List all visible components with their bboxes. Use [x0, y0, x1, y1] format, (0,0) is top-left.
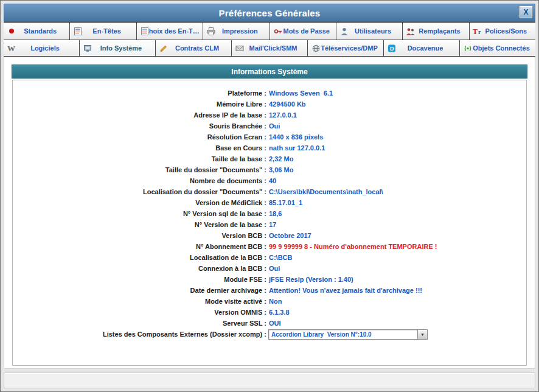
info-label: Date dernier archivage [13, 287, 268, 294]
preferences-dialog: Préférences Générales X StandardsEn-Tête… [0, 0, 539, 392]
info-rows: PlateformeWindows Seven 6.1Mémoire Libre… [13, 88, 526, 329]
info-label: Souris Branchée [13, 122, 268, 130]
tab-logiciels[interactable]: WLogiciels [4, 40, 80, 56]
info-row: Souris BranchéeOui [13, 121, 526, 131]
globe-icon [311, 44, 321, 52]
tab-label: Remplaçants [411, 27, 460, 35]
info-row: Résolution Ecran1440 x 836 pixels [13, 131, 526, 142]
info-row: Localisation de la BCBC:\BCB [13, 252, 526, 263]
footer-panel [4, 373, 535, 388]
info-value: Windows Seven 6.1 [268, 89, 333, 97]
info-row: Taille du dossier "Documents"3,06 Mo [13, 164, 526, 175]
tab-label: Mail'Click/SMM [242, 44, 297, 52]
info-label: Version OMNIS [13, 309, 268, 316]
xcomp-dropdown-value: Accordion Library Version N°:10.0 [269, 331, 417, 338]
info-label: Version BCB [13, 232, 268, 239]
section-header: Informations Système [12, 65, 527, 79]
info-row: N° Abonnement BCB99 9 99999 8 - Numéro d… [13, 241, 526, 252]
info-row: Connexion à la BCBOui [13, 263, 526, 274]
info-label: Nombre de documents [13, 177, 268, 184]
info-value: 6.1.3.8 [268, 309, 290, 316]
svg-text:T: T [473, 27, 478, 35]
tab-label: Objets Connectés [465, 44, 530, 52]
info-label: N° Abonnement BCB [13, 243, 268, 250]
info-value: 18,6 [268, 210, 282, 217]
tab-label: Impression [215, 27, 258, 35]
info-value: Attention! Vous n'avez jamais fait d'arc… [268, 287, 422, 294]
info-label: Listes des Composants Externes (Dossier … [13, 331, 268, 338]
svg-text:W: W [7, 44, 15, 52]
tab-contrats-clm[interactable]: Contrats CLM [156, 40, 232, 56]
info-value: Oui [268, 265, 280, 272]
info-label: Localisation de la BCB [13, 254, 268, 261]
tab-label: Contrats CLM [168, 44, 219, 52]
tab-remplacants[interactable]: Remplaçants [403, 23, 469, 40]
tab-en-tetes[interactable]: En-Têtes [70, 23, 136, 40]
tab-label: Info Système [93, 44, 142, 52]
info-row: Date dernier archivageAttention! Vous n'… [13, 285, 526, 296]
docavenue-icon: D [387, 44, 397, 52]
info-label: N° Version de la base [13, 221, 268, 228]
info-row: Version de MédiClick85.17.01_1 [13, 197, 526, 208]
tab-impression[interactable]: Impression [203, 23, 270, 40]
dropdown-arrow-icon[interactable]: ▼ [417, 330, 427, 339]
info-value: nath sur 127.0.0.1 [268, 144, 325, 152]
info-value: 1440 x 836 pixels [268, 133, 323, 141]
printer-icon [206, 27, 216, 35]
info-value: Non [268, 298, 282, 305]
info-label: Mode visite activé [13, 298, 268, 305]
info-row: Nombre de documents40 [13, 175, 526, 186]
info-value: C:\BCB [268, 254, 293, 261]
content-panel: Informations Système PlateformeWindows S… [4, 57, 535, 369]
info-row: Taille de la base2,32 Mo [13, 153, 526, 164]
info-value: 2,32 Mo [268, 155, 293, 163]
info-label: Module FSE [13, 276, 268, 283]
tab-objets-connectes[interactable]: Objets Connectés [460, 40, 535, 56]
pencil-icon [159, 44, 169, 52]
tab-standards[interactable]: Standards [4, 23, 70, 40]
tab-label: En-Têtes [85, 27, 120, 35]
titlebar[interactable]: Préférences Générales X [4, 4, 535, 22]
font-icon: Tr [473, 27, 482, 35]
tab-mots-de-passe[interactable]: Mots de Passe [270, 23, 336, 40]
info-row: N° Version sql de la base18,6 [13, 208, 526, 219]
system-info-box: PlateformeWindows Seven 6.1Mémoire Libre… [12, 80, 527, 366]
header-icon [73, 27, 83, 35]
info-value: 127.0.0.1 [268, 111, 297, 119]
info-label: Serveur SSL [13, 320, 268, 327]
info-row: Version BCBOctobre 2017 [13, 230, 526, 241]
info-label: Localisation du dossier "Documents" [13, 188, 268, 195]
tab-label: Utilisateurs [347, 27, 391, 35]
tab-polices-sons[interactable]: TrPolices/Sons [470, 23, 535, 40]
info-row: Mémoire Libre4294500 Kb [13, 99, 526, 110]
xcomp-dropdown[interactable]: Accordion Library Version N°:10.0 ▼ [268, 329, 428, 340]
tab-info-systeme[interactable]: Info Système [80, 40, 156, 56]
info-value: Octobre 2017 [268, 232, 311, 239]
close-icon: X [523, 8, 528, 16]
info-label: Base en Cours [13, 144, 268, 152]
close-button[interactable]: X [520, 6, 532, 18]
tab-label: Polices/Sons [478, 27, 527, 35]
word-icon: W [7, 44, 16, 52]
tab-utilisateurs[interactable]: Utilisateurs [336, 23, 403, 40]
info-value: OUI [268, 320, 281, 327]
info-row: Adresse IP de la base127.0.0.1 [13, 110, 526, 121]
info-row: PlateformeWindows Seven 6.1 [13, 88, 526, 99]
info-label: Adresse IP de la base [13, 111, 268, 119]
dialog-title: Préférences Générales [219, 8, 321, 18]
info-value: jFSE Resip (Version : 1.40) [268, 276, 353, 283]
key-icon [273, 27, 283, 35]
xcomp-row: Listes des Composants Externes (Dossier … [13, 329, 526, 340]
info-value: 99 9 99999 8 - Numéro d'abonnement TEMPO… [268, 243, 437, 250]
mail-icon [235, 44, 245, 52]
tab-docavenue[interactable]: DDocavenue [384, 40, 460, 56]
tab-choix-des-en-tetes[interactable]: Choix des En-Têtes [137, 23, 203, 40]
tab-mail-click-smm[interactable]: Mail'Click/SMM [232, 40, 308, 56]
svg-text:r: r [478, 29, 481, 35]
tab-teleservices-dmp[interactable]: Téléservices/DMP [308, 40, 384, 56]
tab-bar-row2: WLogicielsInfo SystèmeContrats CLMMail'C… [4, 40, 535, 57]
info-label: Mémoire Libre [13, 100, 268, 108]
wireless-icon [463, 44, 473, 52]
info-row: Module FSEjFSE Resip (Version : 1.40) [13, 274, 526, 285]
user-icon [339, 27, 349, 35]
